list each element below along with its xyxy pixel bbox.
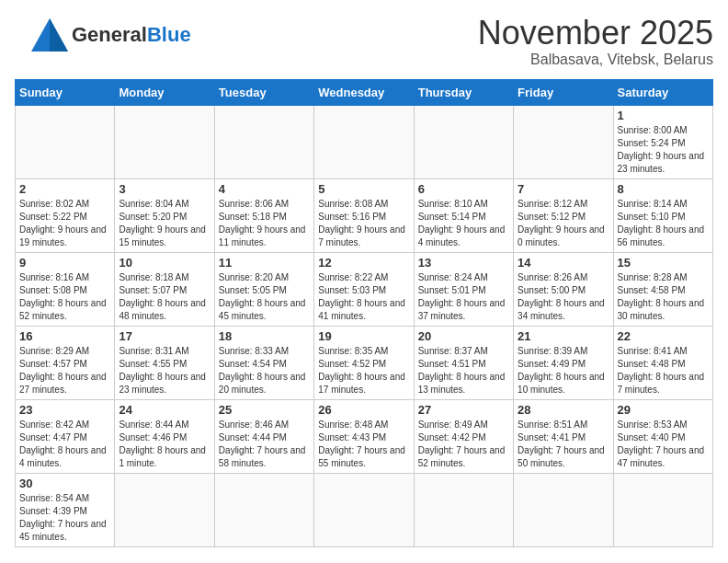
calendar-cell: 7Sunrise: 8:12 AM Sunset: 5:12 PM Daylig… xyxy=(514,178,613,252)
day-number: 11 xyxy=(219,256,310,270)
day-info: Sunrise: 8:31 AM Sunset: 4:55 PM Dayligh… xyxy=(119,345,210,396)
day-info: Sunrise: 8:44 AM Sunset: 4:46 PM Dayligh… xyxy=(119,419,210,470)
calendar-week-2: 9Sunrise: 8:16 AM Sunset: 5:08 PM Daylig… xyxy=(16,252,713,326)
calendar-header-saturday: Saturday xyxy=(613,79,712,105)
day-number: 4 xyxy=(219,182,310,196)
day-info: Sunrise: 8:54 AM Sunset: 4:39 PM Dayligh… xyxy=(19,492,110,544)
day-info: Sunrise: 8:48 AM Sunset: 4:43 PM Dayligh… xyxy=(318,419,409,470)
day-number: 22 xyxy=(618,329,709,343)
day-info: Sunrise: 8:33 AM Sunset: 4:54 PM Dayligh… xyxy=(219,345,310,396)
page-header: GeneralBlue November 2025 Balbasava, Vit… xyxy=(15,15,713,68)
svg-marker-1 xyxy=(50,18,68,52)
day-info: Sunrise: 8:22 AM Sunset: 5:03 PM Dayligh… xyxy=(318,271,409,323)
day-info: Sunrise: 8:41 AM Sunset: 4:48 PM Dayligh… xyxy=(618,345,709,396)
day-info: Sunrise: 8:06 AM Sunset: 5:18 PM Dayligh… xyxy=(219,198,310,249)
calendar-cell: 3Sunrise: 8:04 AM Sunset: 5:20 PM Daylig… xyxy=(115,178,214,252)
day-number: 14 xyxy=(518,256,609,270)
day-number: 23 xyxy=(19,403,110,417)
calendar-week-4: 23Sunrise: 8:42 AM Sunset: 4:47 PM Dayli… xyxy=(16,399,713,473)
day-number: 25 xyxy=(219,403,310,417)
day-info: Sunrise: 8:12 AM Sunset: 5:12 PM Dayligh… xyxy=(518,198,609,249)
day-info: Sunrise: 8:10 AM Sunset: 5:14 PM Dayligh… xyxy=(418,198,509,249)
calendar-cell: 12Sunrise: 8:22 AM Sunset: 5:03 PM Dayli… xyxy=(314,252,414,326)
day-number: 10 xyxy=(119,256,210,270)
day-number: 2 xyxy=(19,182,110,196)
calendar-cell xyxy=(16,105,115,178)
day-info: Sunrise: 8:49 AM Sunset: 4:42 PM Dayligh… xyxy=(418,419,509,470)
day-info: Sunrise: 8:37 AM Sunset: 4:51 PM Dayligh… xyxy=(418,345,509,396)
calendar-cell xyxy=(115,105,214,178)
calendar-cell: 13Sunrise: 8:24 AM Sunset: 5:01 PM Dayli… xyxy=(414,252,513,326)
calendar-week-1: 2Sunrise: 8:02 AM Sunset: 5:22 PM Daylig… xyxy=(16,178,713,252)
day-info: Sunrise: 8:04 AM Sunset: 5:20 PM Dayligh… xyxy=(119,198,210,249)
day-info: Sunrise: 8:42 AM Sunset: 4:47 PM Dayligh… xyxy=(19,419,110,470)
calendar-cell xyxy=(115,473,214,546)
day-number: 20 xyxy=(418,329,509,343)
calendar-cell xyxy=(514,473,613,546)
day-number: 9 xyxy=(19,256,110,270)
calendar-header-thursday: Thursday xyxy=(414,79,513,105)
calendar-cell: 29Sunrise: 8:53 AM Sunset: 4:40 PM Dayli… xyxy=(613,399,712,473)
logo: GeneralBlue xyxy=(15,15,191,55)
day-number: 7 xyxy=(518,182,609,196)
calendar-cell: 15Sunrise: 8:28 AM Sunset: 4:58 PM Dayli… xyxy=(613,252,712,326)
calendar-cell: 5Sunrise: 8:08 AM Sunset: 5:16 PM Daylig… xyxy=(314,178,414,252)
calendar-cell xyxy=(314,473,414,546)
title-section: November 2025 Balbasava, Vitebsk, Belaru… xyxy=(478,15,713,68)
day-number: 27 xyxy=(418,403,509,417)
calendar-week-0: 1Sunrise: 8:00 AM Sunset: 5:24 PM Daylig… xyxy=(16,105,713,178)
calendar-header-monday: Monday xyxy=(115,79,214,105)
day-number: 19 xyxy=(318,329,409,343)
day-number: 28 xyxy=(518,403,609,417)
day-number: 5 xyxy=(318,182,409,196)
calendar-cell: 17Sunrise: 8:31 AM Sunset: 4:55 PM Dayli… xyxy=(115,326,214,399)
day-info: Sunrise: 8:00 AM Sunset: 5:24 PM Dayligh… xyxy=(618,124,709,176)
day-info: Sunrise: 8:51 AM Sunset: 4:41 PM Dayligh… xyxy=(518,419,609,470)
page-subtitle: Balbasava, Vitebsk, Belarus xyxy=(478,52,713,68)
calendar-cell xyxy=(414,473,513,546)
calendar-cell xyxy=(514,105,613,178)
calendar-cell: 21Sunrise: 8:39 AM Sunset: 4:49 PM Dayli… xyxy=(514,326,613,399)
logo-blue: Blue xyxy=(147,23,191,46)
calendar-cell: 6Sunrise: 8:10 AM Sunset: 5:14 PM Daylig… xyxy=(414,178,513,252)
logo-icon xyxy=(15,15,70,55)
day-info: Sunrise: 8:35 AM Sunset: 4:52 PM Dayligh… xyxy=(318,345,409,396)
logo-general: General xyxy=(72,23,147,46)
day-info: Sunrise: 8:02 AM Sunset: 5:22 PM Dayligh… xyxy=(19,198,110,249)
calendar-cell: 30Sunrise: 8:54 AM Sunset: 4:39 PM Dayli… xyxy=(16,473,115,546)
calendar-header-row: SundayMondayTuesdayWednesdayThursdayFrid… xyxy=(16,79,713,105)
day-number: 18 xyxy=(219,329,310,343)
day-number: 15 xyxy=(618,256,709,270)
calendar-cell: 20Sunrise: 8:37 AM Sunset: 4:51 PM Dayli… xyxy=(414,326,513,399)
day-number: 17 xyxy=(119,329,210,343)
calendar-cell xyxy=(214,105,313,178)
page-title: November 2025 xyxy=(478,15,713,52)
day-number: 16 xyxy=(19,329,110,343)
day-number: 26 xyxy=(318,403,409,417)
calendar-cell xyxy=(613,473,712,546)
calendar-cell: 4Sunrise: 8:06 AM Sunset: 5:18 PM Daylig… xyxy=(214,178,313,252)
calendar-cell: 11Sunrise: 8:20 AM Sunset: 5:05 PM Dayli… xyxy=(214,252,313,326)
calendar-table: SundayMondayTuesdayWednesdayThursdayFrid… xyxy=(15,79,713,547)
day-number: 1 xyxy=(618,109,709,122)
day-number: 3 xyxy=(119,182,210,196)
day-number: 12 xyxy=(318,256,409,270)
day-info: Sunrise: 8:53 AM Sunset: 4:40 PM Dayligh… xyxy=(618,419,709,470)
calendar-cell: 1Sunrise: 8:00 AM Sunset: 5:24 PM Daylig… xyxy=(613,105,712,178)
day-number: 30 xyxy=(19,477,110,490)
day-info: Sunrise: 8:18 AM Sunset: 5:07 PM Dayligh… xyxy=(119,271,210,323)
day-info: Sunrise: 8:16 AM Sunset: 5:08 PM Dayligh… xyxy=(19,271,110,323)
calendar-cell: 18Sunrise: 8:33 AM Sunset: 4:54 PM Dayli… xyxy=(214,326,313,399)
calendar-cell: 16Sunrise: 8:29 AM Sunset: 4:57 PM Dayli… xyxy=(16,326,115,399)
day-number: 13 xyxy=(418,256,509,270)
day-number: 29 xyxy=(618,403,709,417)
calendar-cell: 9Sunrise: 8:16 AM Sunset: 5:08 PM Daylig… xyxy=(16,252,115,326)
day-number: 8 xyxy=(618,182,709,196)
calendar-week-3: 16Sunrise: 8:29 AM Sunset: 4:57 PM Dayli… xyxy=(16,326,713,399)
calendar-header-wednesday: Wednesday xyxy=(314,79,414,105)
calendar-cell: 2Sunrise: 8:02 AM Sunset: 5:22 PM Daylig… xyxy=(16,178,115,252)
day-info: Sunrise: 8:39 AM Sunset: 4:49 PM Dayligh… xyxy=(518,345,609,396)
calendar-cell: 14Sunrise: 8:26 AM Sunset: 5:00 PM Dayli… xyxy=(514,252,613,326)
calendar-cell xyxy=(414,105,513,178)
calendar-cell: 19Sunrise: 8:35 AM Sunset: 4:52 PM Dayli… xyxy=(314,326,414,399)
